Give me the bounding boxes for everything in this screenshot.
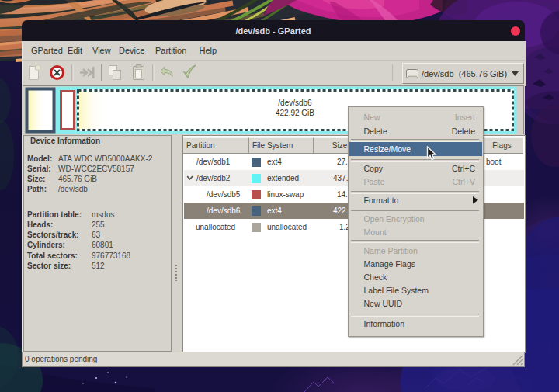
svg-text:/dev/sdb6: /dev/sdb6 bbox=[278, 99, 312, 107]
svg-text:422.92 GiB: 422.92 GiB bbox=[276, 109, 314, 117]
